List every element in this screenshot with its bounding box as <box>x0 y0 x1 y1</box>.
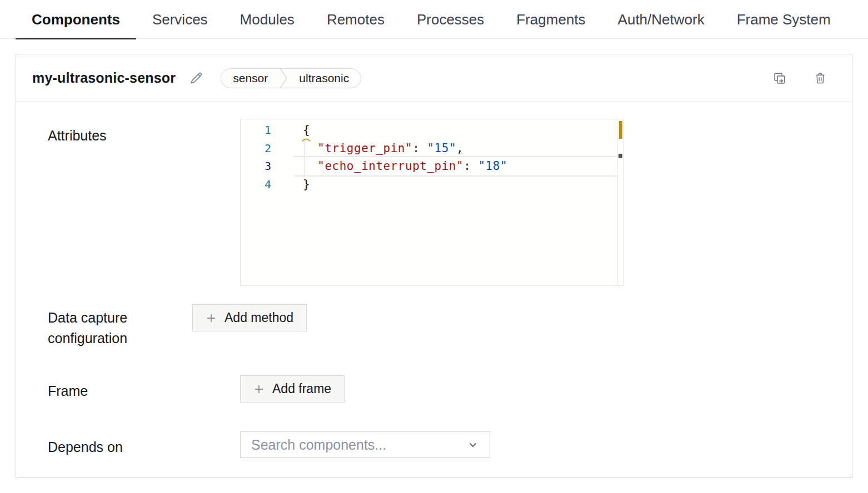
attributes-row: Attributes 1 { 2 "trigger_pin": "15", 3 … <box>16 119 852 286</box>
depends-on-placeholder: Search components... <box>251 437 386 453</box>
tab-frame-system[interactable]: Frame System <box>721 0 847 39</box>
code-line-1: 1 { <box>241 121 623 139</box>
code-token: { <box>303 123 310 137</box>
data-capture-label: Data capture configuration <box>48 304 192 349</box>
code-token: "15" <box>427 142 456 155</box>
tab-modules[interactable]: Modules <box>224 0 311 39</box>
code-line-2: 2 "trigger_pin": "15", <box>241 139 623 158</box>
component-card: my-ultrasonic-sensor sensor ultrasonic <box>16 54 852 478</box>
chevron-divider-icon <box>280 68 287 88</box>
add-method-label: Add method <box>225 310 293 325</box>
tab-services[interactable]: Services <box>136 0 224 39</box>
data-capture-row: Data capture configuration Add method <box>16 304 852 349</box>
code-token: "trigger_pin" <box>317 142 412 155</box>
plus-icon <box>253 384 265 395</box>
code-token: : <box>463 159 478 173</box>
card-actions <box>772 71 827 85</box>
attributes-json-editor[interactable]: 1 { 2 "trigger_pin": "15", 3 "echo_inter… <box>240 119 623 286</box>
code-token: : <box>412 142 427 155</box>
tab-processes[interactable]: Processes <box>401 0 500 39</box>
line-number: 4 <box>241 178 271 191</box>
chevron-down-icon <box>467 439 479 451</box>
badge-model-label: ultrasonic <box>287 69 361 88</box>
code-token: } <box>303 178 310 191</box>
add-frame-button[interactable]: Add frame <box>240 375 345 403</box>
trash-icon <box>814 72 827 85</box>
duplicate-button[interactable] <box>772 71 787 85</box>
add-method-button[interactable]: Add method <box>192 304 307 331</box>
line-number: 2 <box>241 142 271 155</box>
ruler-warning-marker <box>619 121 622 139</box>
frame-row: Frame Add frame <box>16 375 852 403</box>
tab-bar: Components Services Modules Remotes Proc… <box>0 0 868 39</box>
tab-auth-network[interactable]: Auth/Network <box>602 0 721 39</box>
frame-label: Frame <box>48 375 240 403</box>
depends-on-row: Depends on Search components... <box>16 431 852 458</box>
overview-ruler <box>617 119 618 285</box>
code-line-3-active: 3 "echo_interrupt_pin": "18" <box>241 157 623 175</box>
component-type-badge: sensor ultrasonic <box>221 68 361 88</box>
tab-remotes[interactable]: Remotes <box>311 0 401 39</box>
attributes-label: Attributes <box>48 119 240 286</box>
depends-on-select[interactable]: Search components... <box>240 431 490 458</box>
code-token: "18" <box>478 159 507 173</box>
badge-type-label: sensor <box>221 69 280 88</box>
code-line-4: 4 } <box>241 175 623 194</box>
code-token <box>303 159 317 173</box>
code-token: "echo_interrupt_pin" <box>317 159 463 173</box>
component-name: my-ultrasonic-sensor <box>32 70 176 86</box>
add-frame-label: Add frame <box>272 381 331 396</box>
ruler-cursor-marker <box>618 154 622 158</box>
code-token <box>303 142 317 155</box>
plus-icon <box>206 313 217 324</box>
edit-name-button[interactable] <box>189 71 204 85</box>
duplicate-icon <box>772 71 787 85</box>
pencil-icon <box>189 71 204 85</box>
tab-components[interactable]: Components <box>16 0 136 39</box>
delete-button[interactable] <box>814 72 827 85</box>
code-token: , <box>456 142 463 155</box>
component-card-header: my-ultrasonic-sensor sensor ultrasonic <box>16 54 852 102</box>
line-number: 3 <box>241 159 271 173</box>
line-number: 1 <box>241 123 271 137</box>
depends-on-label: Depends on <box>48 431 240 458</box>
tab-fragments[interactable]: Fragments <box>500 0 601 39</box>
